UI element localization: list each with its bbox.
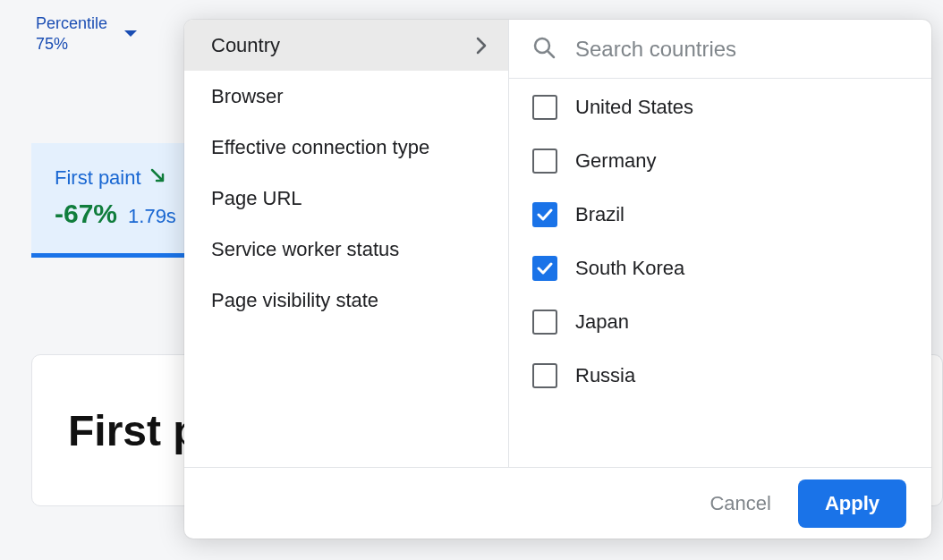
percentile-selector[interactable]: Percentile 75% [36, 13, 138, 55]
country-option[interactable]: Japan [532, 310, 908, 335]
country-option[interactable]: Brazil [532, 202, 908, 227]
country-option[interactable]: South Korea [532, 256, 908, 281]
checkbox[interactable] [532, 363, 557, 388]
metric-delta: -67% [55, 199, 117, 229]
filter-category-list: CountryBrowserEffective connection typeP… [184, 20, 509, 467]
popover-footer: Cancel Apply [184, 467, 931, 539]
checkbox[interactable] [532, 310, 557, 335]
cancel-button[interactable]: Cancel [709, 492, 770, 515]
filter-category-item[interactable]: Country [184, 20, 508, 71]
apply-button[interactable]: Apply [798, 479, 906, 528]
filter-category-item[interactable]: Browser [184, 71, 508, 122]
country-option[interactable]: Germany [532, 148, 908, 174]
checkbox[interactable] [532, 202, 557, 227]
filter-category-label: Browser [211, 85, 284, 108]
dropdown-icon [123, 26, 138, 42]
checkbox[interactable] [532, 95, 557, 120]
checkbox[interactable] [532, 256, 557, 281]
country-option[interactable]: United States [532, 95, 908, 120]
filter-category-item[interactable]: Service worker status [184, 224, 508, 275]
country-option-label: Germany [575, 149, 656, 173]
percentile-label: Percentile [36, 13, 107, 34]
filter-category-label: Page URL [211, 187, 302, 210]
filter-category-item[interactable]: Effective connection type [184, 122, 508, 173]
checkbox[interactable] [532, 148, 557, 174]
search-icon [532, 36, 556, 63]
country-option-label: South Korea [575, 257, 684, 280]
country-option-label: Japan [575, 310, 629, 334]
filter-category-item[interactable]: Page URL [184, 173, 508, 224]
country-option-label: Russia [575, 364, 635, 387]
filter-category-label: Service worker status [211, 238, 399, 261]
filter-category-label: Page visibility state [211, 289, 378, 312]
country-checkbox-list: United StatesGermanyBrazilSouth KoreaJap… [509, 79, 931, 404]
country-option[interactable]: Russia [532, 363, 908, 388]
filter-popover: CountryBrowserEffective connection typeP… [184, 20, 931, 539]
search-row [509, 20, 931, 79]
filter-category-label: Effective connection type [211, 136, 429, 159]
metric-subvalue: 1.79s [128, 205, 176, 228]
chevron-right-icon [476, 37, 487, 55]
filter-category-item[interactable]: Page visibility state [184, 275, 508, 326]
filter-category-label: Country [211, 34, 280, 57]
percentile-value: 75% [36, 34, 107, 55]
svg-line-1 [548, 51, 554, 57]
search-input[interactable] [575, 37, 908, 62]
metric-title: First paint [55, 166, 141, 190]
country-option-label: United States [575, 96, 693, 119]
country-option-label: Brazil [575, 203, 624, 226]
trend-down-icon [150, 168, 168, 188]
large-metric-title: First p [68, 406, 200, 455]
